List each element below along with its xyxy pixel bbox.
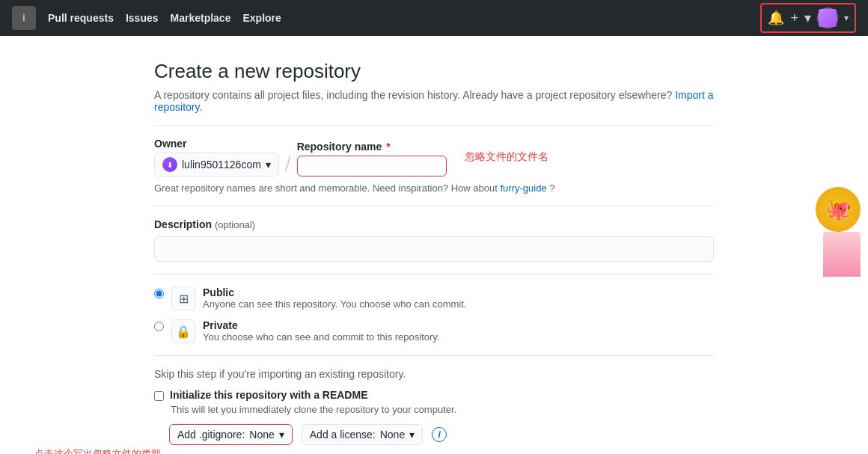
description-label: Description (optional) <box>154 218 714 230</box>
new-item-icon[interactable]: + <box>790 10 798 26</box>
description-input[interactable] <box>154 236 714 262</box>
license-select[interactable]: Add a license: None ▾ <box>302 424 423 445</box>
mascot-decoration: 🐙 <box>808 187 868 277</box>
readme-checkbox-row: Initialize this repository with a README <box>154 389 714 401</box>
owner-repo-row: Owner ⬇ lulin9501126com ▾ / Repository n… <box>154 138 714 177</box>
nav-issues[interactable]: Issues <box>126 12 159 24</box>
owner-caret-icon: ▾ <box>266 159 271 171</box>
header-divider <box>154 125 714 126</box>
gitignore-select[interactable]: Add .gitignore: None ▾ <box>169 424 293 445</box>
nav-links: Pull requests Issues Marketplace Explore <box>48 12 748 24</box>
public-option: ⊞ Public Anyone can see this repository.… <box>154 286 714 310</box>
gitignore-license-wrapper: 点击这个写出忽略文件的类型 写的是python项目会写python Add .g… <box>154 424 714 445</box>
page-subtitle: A repository contains all project files,… <box>154 89 714 113</box>
subtitle-text: A repository contains all project files,… <box>154 89 672 101</box>
public-label: Public <box>203 286 466 298</box>
slash-separator: / <box>285 154 291 177</box>
public-content: Public Anyone can see this repository. Y… <box>203 286 466 310</box>
public-icon: ⊞ <box>171 286 195 310</box>
nav-explore[interactable]: Explore <box>242 12 281 24</box>
avatar-caret-icon[interactable]: ▾ <box>844 13 849 23</box>
gitignore-annotation: 点击这个写出忽略文件的类型 写的是python项目会写python <box>34 447 161 454</box>
gitignore-license-row: Add .gitignore: None ▾ Add a license: No… <box>169 424 714 445</box>
readme-desc: This will let you immediately clone the … <box>171 404 714 415</box>
page-title: Create a new repository <box>154 60 714 83</box>
private-label: Private <box>203 319 440 331</box>
caret-icon[interactable]: ▾ <box>804 10 811 26</box>
repo-name-label: Repository name * <box>297 141 447 153</box>
divider-2 <box>154 274 714 274</box>
skip-label: Skip this step if you're importing an ex… <box>154 368 714 380</box>
nav-marketplace[interactable]: Marketplace <box>171 12 231 24</box>
notifications-icon[interactable]: 🔔 <box>768 10 784 26</box>
main-content: Create a new repository A repository con… <box>142 36 726 454</box>
owner-label: Owner <box>154 138 279 150</box>
owner-avatar: ⬇ <box>162 157 177 172</box>
gitignore-caret-icon: ▾ <box>279 429 284 441</box>
private-icon: 🔒 <box>171 319 195 343</box>
suggestion-link[interactable]: furry-guide <box>500 182 546 194</box>
license-caret-icon: ▾ <box>409 429 415 441</box>
description-group: Description (optional) <box>154 218 714 262</box>
avatar[interactable] <box>817 7 838 28</box>
license-value: None <box>380 429 405 441</box>
private-radio[interactable] <box>154 322 164 331</box>
readme-label: Initialize this repository with a README <box>170 389 367 401</box>
divider-1 <box>154 206 714 206</box>
navbar: i Pull requests Issues Marketplace Explo… <box>0 0 868 36</box>
public-radio[interactable] <box>154 289 164 298</box>
owner-select[interactable]: ⬇ lulin9501126com ▾ <box>154 153 279 177</box>
visibility-group: ⊞ Public Anyone can see this repository.… <box>154 286 714 343</box>
repo-name-annotation: 忽略文件的文件名 <box>465 150 548 164</box>
gitignore-value: None <box>249 429 274 441</box>
avatar-image <box>819 9 837 27</box>
logo-text: i <box>22 13 25 23</box>
mascot-head: 🐙 <box>816 187 861 232</box>
owner-avatar-icon: ⬇ <box>167 161 173 169</box>
private-content: Private You choose who can see and commi… <box>203 319 440 343</box>
info-icon[interactable]: i <box>432 427 447 442</box>
divider-3 <box>154 355 714 356</box>
description-optional: (optional) <box>215 219 255 230</box>
private-option: 🔒 Private You choose who can see and com… <box>154 319 714 343</box>
repo-name-hint: Great repository names are short and mem… <box>154 182 714 194</box>
license-label: Add a license: <box>310 429 376 441</box>
nav-pull-requests[interactable]: Pull requests <box>48 12 114 24</box>
owner-name: lulin9501126com <box>182 159 261 171</box>
required-indicator: * <box>386 141 390 153</box>
private-desc: You choose who can see and commit to thi… <box>203 331 440 343</box>
repo-name-input[interactable] <box>297 156 447 177</box>
owner-group: Owner ⬇ lulin9501126com ▾ <box>154 138 279 177</box>
gitignore-label: Add .gitignore: <box>177 429 245 441</box>
public-desc: Anyone can see this repository. You choo… <box>203 298 466 310</box>
navbar-right-actions: 🔔 + ▾ ▾ <box>760 3 856 33</box>
repo-name-group: Repository name * <box>297 141 447 177</box>
readme-checkbox[interactable] <box>154 391 164 401</box>
mascot-body <box>823 232 861 277</box>
github-logo[interactable]: i <box>12 6 36 30</box>
